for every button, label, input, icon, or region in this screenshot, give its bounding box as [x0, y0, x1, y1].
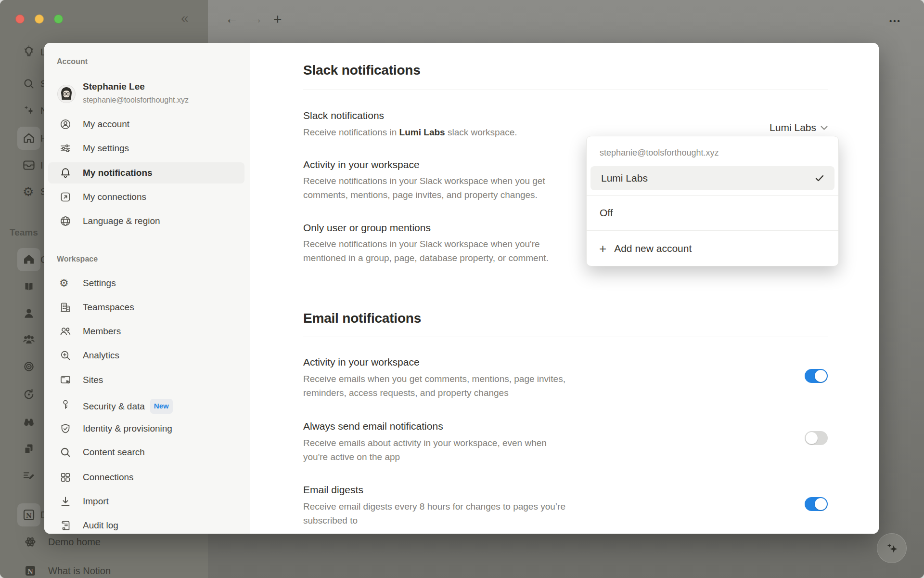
connections-grid-icon	[59, 471, 72, 484]
svg-text:N: N	[26, 512, 32, 519]
sidebar-item-sites[interactable]: Sites	[44, 369, 250, 391]
home-icon	[22, 131, 36, 145]
slack-notifications-setting-desc: Receive notifications in Lumi Labs slack…	[303, 125, 602, 139]
person-icon	[22, 306, 36, 321]
sidebar-item-my-connections[interactable]: My connections	[44, 186, 250, 208]
search-icon	[22, 77, 36, 91]
copy-pages-icon	[22, 442, 36, 457]
members-icon	[59, 325, 72, 338]
people-icon	[22, 332, 36, 347]
forward-icon[interactable]: →	[250, 13, 263, 26]
slack-workspace-dropdown[interactable]: Lumi Labs	[770, 121, 828, 134]
sidebar-item-my-notifications[interactable]: My notifications	[44, 162, 250, 184]
key-icon	[59, 398, 72, 411]
email-activity-toggle[interactable]	[805, 369, 828, 383]
new-badge: New	[150, 399, 173, 414]
chevron-down-icon	[821, 126, 828, 130]
content-search-icon	[59, 446, 72, 459]
slack-workspace-menu: stephanie@toolsforthought.xyz Lumi Labs …	[586, 136, 839, 266]
email-digests-title: Email digests	[303, 484, 363, 496]
compose-icon	[22, 468, 36, 483]
globe-icon	[59, 215, 72, 227]
target-icon	[22, 359, 36, 374]
svg-text:N: N	[27, 568, 33, 575]
always-send-desc: Receive emails about activity in your wo…	[303, 436, 565, 464]
notion-page-icon: N	[23, 564, 38, 578]
always-send-title: Always send email notifications	[303, 420, 443, 433]
checkmark-icon	[815, 175, 824, 182]
atom-icon	[23, 535, 38, 549]
email-digests-desc: Receive email digests every 8 hours for …	[303, 499, 565, 527]
menu-option-off[interactable]: Off	[587, 196, 838, 230]
lightbulb-icon	[22, 45, 36, 59]
sidebar-item-connections[interactable]: Connections	[44, 467, 250, 488]
new-tab-icon[interactable]: +	[273, 13, 282, 26]
inbox-icon	[22, 158, 36, 172]
sidebar-item-security-data[interactable]: Security & dataNew	[44, 394, 250, 415]
sidebar-item-import[interactable]: Import	[44, 491, 250, 512]
sliders-icon	[59, 142, 72, 155]
plus-icon: +	[599, 242, 606, 255]
more-options-icon[interactable]: •••	[889, 14, 901, 27]
sidebar-collapse-icon[interactable]: «	[181, 12, 189, 25]
menu-option-lumi-labs[interactable]: Lumi Labs	[590, 166, 834, 190]
divider	[303, 337, 828, 337]
email-activity-title: Activity in your workspace	[303, 356, 420, 368]
close-window-button[interactable]	[15, 14, 25, 24]
minimize-window-button[interactable]	[35, 14, 44, 24]
settings-sidebar: Account Stephanie Lee stephanie@toolsfor…	[44, 43, 250, 534]
sidebar-item-identity-provisioning[interactable]: Identity & provisioning	[44, 418, 250, 439]
bell-icon	[59, 167, 72, 179]
sidebar-item-audit-log[interactable]: Audit log	[44, 515, 250, 536]
always-send-toggle[interactable]	[805, 431, 828, 445]
sidebar-item-analytics[interactable]: Analytics	[44, 345, 250, 366]
gear-icon: ⚙	[23, 184, 34, 199]
slack-notifications-setting-title: Slack notifications	[303, 109, 384, 122]
email-section-heading: Email notifications	[303, 311, 421, 326]
email-activity-desc: Receive emails when you get comments, me…	[303, 372, 565, 400]
avatar	[57, 85, 76, 103]
gear-icon: ⚙	[59, 277, 72, 289]
settings-modal: Account Stephanie Lee stephanie@toolsfor…	[44, 43, 879, 534]
ai-sparkles-icon	[884, 540, 900, 557]
sidebar-item-language-region[interactable]: Language & region	[44, 210, 250, 232]
divider	[303, 90, 828, 90]
import-icon	[59, 495, 72, 508]
team-home-icon	[22, 252, 36, 267]
zoom-window-button[interactable]	[54, 14, 63, 24]
settings-content: Slack notifications Slack notifications …	[250, 43, 879, 534]
binoculars-icon	[22, 414, 36, 429]
menu-action-add-account[interactable]: + Add new account	[587, 231, 838, 266]
sidebar-item-content-search[interactable]: Content search	[44, 442, 250, 463]
account-email-header: stephanie@toolsforthought.xyz	[587, 136, 838, 158]
book-icon	[22, 280, 36, 294]
shield-check-icon	[59, 422, 72, 435]
user-name: Stephanie Lee	[83, 81, 145, 92]
building-icon	[59, 301, 72, 314]
audit-log-icon	[59, 519, 72, 532]
slack-mentions-title: Only user or group mentions	[303, 222, 431, 234]
notion-page-icon: N	[22, 508, 36, 522]
back-icon[interactable]: ←	[225, 13, 238, 26]
slack-mentions-desc: Receive notifications in your Slack work…	[303, 237, 573, 265]
notion-ai-floating-button[interactable]	[877, 533, 907, 563]
sidebar-item-teamspaces[interactable]: Teamspaces	[44, 297, 250, 318]
arrow-square-icon	[59, 191, 72, 203]
sidebar-item-members[interactable]: Members	[44, 321, 250, 342]
app-window: « ← → + ••• L S N H I	[0, 0, 924, 578]
email-digests-toggle[interactable]	[805, 497, 828, 511]
sidebar-item-my-account[interactable]: My account	[44, 114, 250, 135]
slack-activity-desc: Receive notifications in your Slack work…	[303, 174, 573, 202]
sidebar-item-my-settings[interactable]: My settings	[44, 138, 250, 159]
slack-section-heading: Slack notifications	[303, 63, 421, 78]
user-email: stephanie@toolsforthought.xyz	[83, 96, 189, 105]
refresh-icon	[22, 387, 36, 402]
slack-activity-title: Activity in your workspace	[303, 158, 420, 171]
sidebar-item-what-is-notion[interactable]: N What is Notion	[0, 559, 208, 578]
sidebar-item-settings[interactable]: ⚙ Settings	[44, 273, 250, 294]
account-section-header: Account	[57, 57, 88, 66]
teams-section-label: Teams	[10, 227, 38, 238]
person-circle-icon	[59, 118, 72, 131]
ai-sparkles-icon	[22, 104, 36, 118]
workspace-section-header: Workspace	[57, 255, 98, 263]
